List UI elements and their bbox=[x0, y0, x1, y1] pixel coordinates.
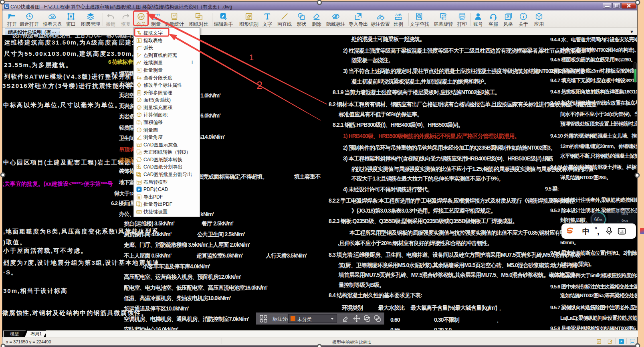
svg-text:@: @ bbox=[418, 14, 421, 17]
svg-text:P: P bbox=[138, 188, 140, 191]
svg-text:A:B: A:B bbox=[395, 13, 401, 17]
